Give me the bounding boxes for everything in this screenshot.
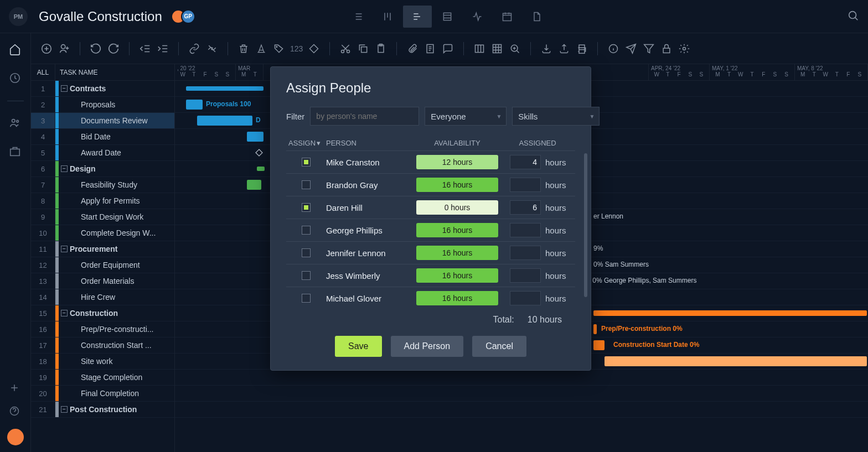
plus-icon[interactable] <box>9 382 22 396</box>
task-row[interactable]: 10Complete Design W... <box>31 225 174 241</box>
task-row[interactable]: 3Documents Review <box>31 113 174 129</box>
undo-icon[interactable] <box>89 42 102 55</box>
task-row[interactable]: 13Order Materials <box>31 273 174 289</box>
task-row[interactable]: 6−Design <box>31 161 174 177</box>
link-icon[interactable] <box>188 42 201 55</box>
assign-checkbox[interactable] <box>302 226 311 235</box>
redo-icon[interactable] <box>107 42 120 55</box>
task-row[interactable]: 20Final Completion <box>31 386 174 402</box>
attachment-icon[interactable] <box>406 42 419 55</box>
help-icon[interactable] <box>9 406 22 419</box>
view-list-icon[interactable] <box>343 6 372 28</box>
add-icon[interactable] <box>40 42 53 55</box>
lock-icon[interactable] <box>660 42 673 55</box>
assign-checkbox[interactable] <box>302 248 311 257</box>
assigned-hours-input[interactable] <box>510 155 541 169</box>
team-icon[interactable] <box>9 117 22 130</box>
clock-icon[interactable] <box>9 72 22 85</box>
paste-icon[interactable] <box>374 42 388 55</box>
unlink-icon[interactable] <box>205 42 219 55</box>
collapse-icon[interactable]: − <box>61 246 68 252</box>
task-row[interactable]: 15−Construction <box>31 305 174 321</box>
assign-checkbox[interactable] <box>302 180 311 189</box>
collapse-icon[interactable]: − <box>61 406 68 413</box>
task-row[interactable]: 11−Procurement <box>31 241 174 257</box>
zoom-icon[interactable] <box>508 42 521 55</box>
save-button[interactable]: Save <box>335 336 381 357</box>
indent-icon[interactable] <box>156 42 169 55</box>
assign-checkbox[interactable] <box>302 158 311 167</box>
col-availability[interactable]: AVAILABILITY <box>415 139 500 147</box>
task-row[interactable]: 16Prep/Pre-constructi... <box>31 321 174 337</box>
briefcase-icon[interactable] <box>9 146 22 159</box>
app-logo[interactable]: PM <box>9 7 28 26</box>
home-icon[interactable] <box>9 43 22 56</box>
assign-checkbox[interactable] <box>302 294 311 303</box>
assigned-hours-input[interactable] <box>510 223 541 237</box>
filter-everyone-select[interactable]: Everyone▼ <box>425 107 507 126</box>
trash-icon[interactable] <box>237 42 250 55</box>
avatar-group[interactable]: GP <box>171 9 195 24</box>
task-header-all[interactable]: ALL <box>31 64 55 80</box>
task-rows[interactable]: 1−Contracts2Proposals3Documents Review4B… <box>31 81 174 452</box>
assigned-hours-input[interactable] <box>510 268 541 283</box>
tag-icon[interactable] <box>272 42 286 55</box>
profile-avatar[interactable] <box>7 429 24 445</box>
filter-skills-select[interactable]: Skills▼ <box>512 107 600 126</box>
task-row[interactable]: 4Bid Date <box>31 129 174 145</box>
assigned-hours-input[interactable] <box>510 246 541 260</box>
filter-name-input[interactable] <box>310 107 419 126</box>
task-row[interactable]: 17Construction Start ... <box>31 337 174 354</box>
assign-checkbox[interactable] <box>302 271 311 280</box>
assign-checkbox[interactable] <box>302 203 311 212</box>
col-person[interactable]: PERSON <box>326 139 415 147</box>
columns-icon[interactable] <box>473 42 486 55</box>
task-row[interactable]: 1−Contracts <box>31 81 174 97</box>
col-assign[interactable]: ASSIGN▾ <box>286 139 326 147</box>
grid-icon[interactable] <box>490 42 504 55</box>
task-row[interactable]: 14Hire Crew <box>31 289 174 305</box>
task-row[interactable]: 9Start Design Work <box>31 209 174 225</box>
view-sheet-icon[interactable] <box>433 6 462 28</box>
task-row[interactable]: 18Site work <box>31 354 174 370</box>
view-file-icon[interactable] <box>523 6 551 28</box>
task-row[interactable]: 21−Post Construction <box>31 402 174 418</box>
search-icon[interactable] <box>847 9 859 24</box>
task-row[interactable]: 2Proposals <box>31 97 174 113</box>
outdent-icon[interactable] <box>138 42 152 55</box>
view-board-icon[interactable] <box>373 6 402 28</box>
copy-icon[interactable] <box>356 42 370 55</box>
assigned-hours-input[interactable] <box>510 200 541 215</box>
assigned-hours-input[interactable] <box>510 178 541 192</box>
task-row[interactable]: 12Order Equipment <box>31 257 174 273</box>
settings-icon[interactable] <box>678 42 691 55</box>
task-row[interactable]: 5Award Date <box>31 145 174 161</box>
send-icon[interactable] <box>624 42 638 55</box>
person-add-icon[interactable] <box>58 42 71 55</box>
cut-icon[interactable] <box>339 42 352 55</box>
collapse-icon[interactable]: − <box>61 310 68 316</box>
export-icon[interactable] <box>557 42 571 55</box>
cancel-button[interactable]: Cancel <box>472 336 526 357</box>
note-icon[interactable] <box>423 42 437 55</box>
filter-icon[interactable] <box>642 42 655 55</box>
diamond-icon[interactable] <box>307 42 321 55</box>
import-icon[interactable] <box>540 42 553 55</box>
task-row[interactable]: 7Feasibility Study <box>31 177 174 193</box>
view-gantt-icon[interactable] <box>403 6 432 28</box>
view-calendar-icon[interactable] <box>493 6 521 28</box>
task-row[interactable]: 19Stage Completion <box>31 370 174 386</box>
col-assigned[interactable]: ASSIGNED <box>500 139 575 147</box>
add-person-button[interactable]: Add Person <box>391 336 464 357</box>
comment-icon[interactable] <box>441 42 454 55</box>
assigned-hours-input[interactable] <box>510 291 541 305</box>
modal-scrollbar[interactable] <box>584 153 587 297</box>
font-icon[interactable] <box>255 42 268 55</box>
collapse-icon[interactable]: − <box>61 85 68 92</box>
info-icon[interactable] <box>607 42 620 55</box>
user-avatar-2[interactable]: GP <box>181 9 195 24</box>
collapse-icon[interactable]: − <box>61 165 68 172</box>
print-icon[interactable] <box>575 42 588 55</box>
task-row[interactable]: 8Apply for Permits <box>31 193 174 209</box>
view-activity-icon[interactable] <box>463 6 492 28</box>
